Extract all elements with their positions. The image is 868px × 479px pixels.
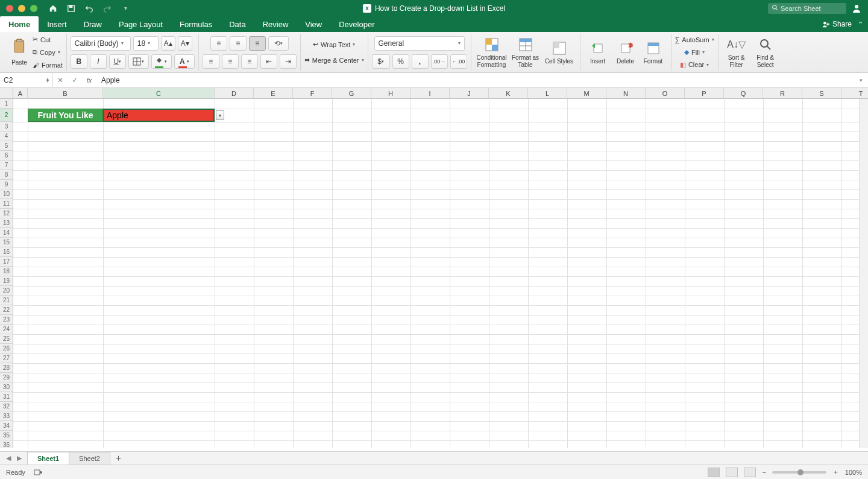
wrap-text-button[interactable]: ↩Wrap Text▾ xyxy=(313,39,355,51)
merge-center-button[interactable]: ⬌Merge & Center▾ xyxy=(304,54,364,66)
close-window-button[interactable] xyxy=(6,5,13,12)
minimize-window-button[interactable] xyxy=(18,5,25,12)
row-header-1[interactable]: 1 xyxy=(0,99,13,109)
column-header-S[interactable]: S xyxy=(802,88,841,99)
borders-button[interactable]: ▾ xyxy=(128,54,149,69)
align-center-button[interactable]: ≡ xyxy=(222,54,239,69)
cell-styles-button[interactable]: Cell Styles xyxy=(542,40,576,65)
clear-button[interactable]: ◧Clear▾ xyxy=(680,59,709,71)
format-as-table-button[interactable]: Format as Table xyxy=(509,36,542,68)
percent-button[interactable]: % xyxy=(392,54,409,69)
column-header-R[interactable]: R xyxy=(763,88,802,99)
customize-qat-icon[interactable]: ▾ xyxy=(121,4,130,13)
tab-insert[interactable]: Insert xyxy=(39,16,75,32)
increase-decimal-button[interactable]: .00→ xyxy=(431,54,448,69)
column-header-H[interactable]: H xyxy=(371,88,410,99)
column-header-G[interactable]: G xyxy=(332,88,371,99)
row-header-8[interactable]: 8 xyxy=(0,170,13,180)
cancel-formula-button[interactable]: ✕ xyxy=(53,73,68,88)
row-header-11[interactable]: 11 xyxy=(0,199,13,209)
home-icon[interactable] xyxy=(48,4,58,13)
row-header-3[interactable]: 3 xyxy=(0,122,13,132)
sheet-nav-next[interactable]: ▶ xyxy=(14,454,24,463)
conditional-formatting-button[interactable]: Conditional Formatting xyxy=(475,36,509,68)
view-page-break-button[interactable] xyxy=(744,468,756,477)
formula-input[interactable]: Apple xyxy=(96,76,854,84)
name-box[interactable]: C2 ▴▾ xyxy=(0,73,53,88)
column-header-E[interactable]: E xyxy=(254,88,293,99)
number-format-combo[interactable]: General▾ xyxy=(374,36,465,51)
row-header-36[interactable]: 36 xyxy=(0,440,13,448)
align-right-button[interactable]: ≡ xyxy=(241,54,258,69)
delete-cells-button[interactable]: Delete xyxy=(612,40,640,65)
row-header-20[interactable]: 20 xyxy=(0,286,13,296)
view-page-layout-button[interactable] xyxy=(726,468,738,477)
tab-home[interactable]: Home xyxy=(0,16,39,32)
autosum-button[interactable]: ∑AutoSum▾ xyxy=(675,34,714,46)
row-header-35[interactable]: 35 xyxy=(0,431,13,440)
column-header-Q[interactable]: Q xyxy=(724,88,763,99)
macro-record-icon[interactable] xyxy=(34,468,42,477)
cell-B2[interactable]: Fruit You Like xyxy=(28,109,103,122)
comma-button[interactable]: , xyxy=(412,54,429,69)
fill-color-button[interactable]: ▾ xyxy=(151,54,172,69)
column-header-O[interactable]: O xyxy=(646,88,685,99)
column-header-L[interactable]: L xyxy=(528,88,567,99)
sheet-nav-prev[interactable]: ◀ xyxy=(4,454,13,463)
zoom-out-button[interactable]: − xyxy=(762,469,766,476)
tab-page-layout[interactable]: Page Layout xyxy=(110,16,171,32)
orientation-button[interactable]: ⟲▾ xyxy=(268,36,289,51)
tab-draw[interactable]: Draw xyxy=(75,16,110,32)
cell-C2[interactable]: Apple xyxy=(103,109,215,122)
vertical-scrollbar[interactable] xyxy=(859,99,868,448)
redo-icon[interactable] xyxy=(102,4,112,13)
column-header-M[interactable]: M xyxy=(567,88,606,99)
row-header-28[interactable]: 28 xyxy=(0,363,13,373)
tab-view[interactable]: View xyxy=(297,16,330,32)
cells-area[interactable]: Fruit You LikeApple▼ xyxy=(13,99,868,448)
maximize-window-button[interactable] xyxy=(30,5,37,12)
row-header-10[interactable]: 10 xyxy=(0,189,13,199)
column-header-N[interactable]: N xyxy=(606,88,646,99)
font-name-combo[interactable]: Calibri (Body)▾ xyxy=(71,36,131,51)
row-header-2[interactable]: 2 xyxy=(0,109,13,122)
decrease-indent-button[interactable]: ⇤ xyxy=(260,54,277,69)
row-header-7[interactable]: 7 xyxy=(0,160,13,170)
row-header-27[interactable]: 27 xyxy=(0,354,13,363)
column-header-I[interactable]: I xyxy=(410,88,450,99)
row-header-22[interactable]: 22 xyxy=(0,305,13,315)
row-header-34[interactable]: 34 xyxy=(0,421,13,431)
row-header-24[interactable]: 24 xyxy=(0,325,13,334)
sort-filter-button[interactable]: A↓▽Sort & Filter xyxy=(722,36,751,68)
fill-button[interactable]: ◆Fill▾ xyxy=(684,46,705,59)
row-header-23[interactable]: 23 xyxy=(0,315,13,325)
format-painter-button[interactable]: 🖌Format xyxy=(33,59,63,71)
column-header-K[interactable]: K xyxy=(489,88,528,99)
row-header-4[interactable]: 4 xyxy=(0,132,13,141)
row-header-15[interactable]: 15 xyxy=(0,238,13,247)
align-bottom-button[interactable]: ≡ xyxy=(249,36,266,51)
row-header-25[interactable]: 25 xyxy=(0,334,13,344)
account-icon[interactable] xyxy=(851,3,862,14)
row-header-26[interactable]: 26 xyxy=(0,344,13,354)
column-header-A[interactable]: A xyxy=(13,88,28,99)
row-header-17[interactable]: 17 xyxy=(0,257,13,267)
row-header-5[interactable]: 5 xyxy=(0,141,13,151)
collapse-ribbon-icon[interactable]: ⌃ xyxy=(858,21,863,28)
currency-button[interactable]: $▾ xyxy=(372,54,390,69)
font-color-button[interactable]: A▾ xyxy=(174,54,195,69)
decrease-decimal-button[interactable]: ←.00 xyxy=(450,54,467,69)
row-header-16[interactable]: 16 xyxy=(0,247,13,257)
underline-button[interactable]: U▾ xyxy=(109,54,126,69)
add-sheet-button[interactable]: ＋ xyxy=(110,452,127,465)
decrease-font-button[interactable]: A▾ xyxy=(178,36,192,51)
format-cells-button[interactable]: Format xyxy=(640,40,667,65)
insert-cells-button[interactable]: Insert xyxy=(584,40,612,65)
row-header-19[interactable]: 19 xyxy=(0,276,13,286)
row-header-12[interactable]: 12 xyxy=(0,209,13,218)
column-header-B[interactable]: B xyxy=(28,88,103,99)
expand-formula-bar-icon[interactable]: ▾ xyxy=(854,77,868,83)
paste-button[interactable]: Paste xyxy=(7,39,31,66)
column-header-F[interactable]: F xyxy=(293,88,332,99)
find-select-button[interactable]: Find & Select xyxy=(751,36,780,68)
